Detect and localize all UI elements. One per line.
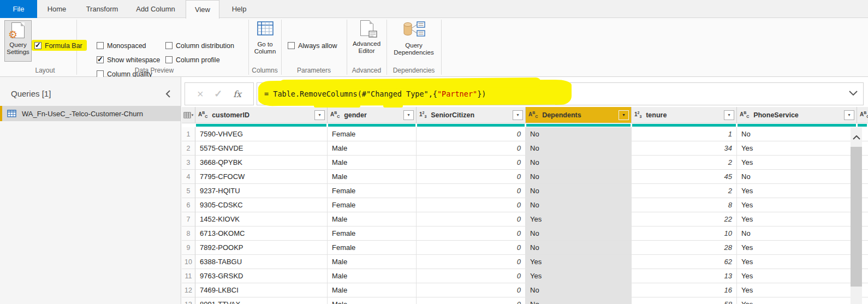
cell-SeniorCitizen[interactable]: 0 — [417, 255, 526, 269]
checkbox-icon[interactable] — [165, 56, 173, 63]
cell-Dependents[interactable]: No — [526, 156, 632, 170]
checkbox-icon[interactable] — [34, 42, 41, 49]
cell-customerID[interactable]: 7795-CFOCW — [195, 170, 328, 184]
column-header-Dependents[interactable]: ABC Dependents ▾ — [526, 107, 632, 123]
query-settings-button[interactable]: ⚙ Query Settings — [4, 20, 32, 62]
row-number[interactable]: 9 — [182, 241, 195, 255]
cell-PhoneService[interactable]: No — [737, 127, 857, 141]
tab-file[interactable]: File — [0, 0, 37, 18]
cell-tenure[interactable]: 1 — [632, 127, 737, 141]
checkbox-icon[interactable] — [165, 42, 173, 49]
row-number[interactable]: 5 — [182, 184, 195, 198]
column-distribution-checkbox[interactable]: Column distribution — [165, 41, 234, 50]
vertical-scrollbar[interactable] — [851, 127, 862, 304]
cell-Dependents[interactable]: No — [526, 141, 632, 156]
fx-icon[interactable]: fx — [233, 89, 241, 99]
cell-SeniorCitizen[interactable]: 0 — [417, 156, 526, 170]
row-number[interactable]: 7 — [182, 212, 195, 226]
cell-customerID[interactable]: 6388-TABGU — [195, 255, 328, 269]
cell-tenure[interactable]: 45 — [632, 170, 737, 184]
cell-customerID[interactable]: 9763-GRSKD — [195, 269, 328, 283]
tab-add-column[interactable]: Add Column — [128, 0, 183, 18]
tab-home[interactable]: Home — [37, 0, 76, 18]
cell-tenure[interactable]: 28 — [632, 241, 737, 255]
tab-help[interactable]: Help — [223, 0, 255, 18]
cell-tenure[interactable]: 2 — [632, 156, 737, 170]
cell-tenure[interactable]: 16 — [632, 283, 737, 297]
cell-SeniorCitizen[interactable]: 0 — [417, 241, 526, 255]
filter-dropdown-button[interactable]: ▾ — [844, 110, 854, 120]
cell-gender[interactable]: Male — [328, 255, 417, 269]
cell-PhoneService[interactable]: Yes — [737, 241, 857, 255]
cell-gender[interactable]: Female — [328, 127, 417, 141]
filter-dropdown-button[interactable]: ▾ — [619, 110, 629, 120]
cell-Dependents[interactable]: No — [526, 184, 632, 198]
cell-SeniorCitizen[interactable]: 0 — [417, 198, 526, 212]
row-number[interactable]: 6 — [182, 198, 195, 212]
go-to-column-button[interactable]: Go to Column — [250, 21, 280, 55]
query-dependencies-button[interactable]: Query Dependencies — [389, 21, 439, 56]
cell-customerID[interactable]: 9237-HQITU — [195, 184, 328, 198]
row-number[interactable]: 1 — [182, 127, 195, 141]
cell-PhoneService[interactable]: Yes — [737, 297, 857, 304]
cell-customerID[interactable]: 5575-GNVDE — [195, 141, 328, 156]
cell-Dependents[interactable]: No — [526, 241, 632, 255]
cell-gender[interactable]: Female — [328, 198, 417, 212]
cell-Dependents[interactable]: Yes — [526, 212, 632, 226]
row-number[interactable]: 12 — [182, 283, 195, 297]
cell-SeniorCitizen[interactable]: 0 — [417, 184, 526, 198]
cell-tenure[interactable]: 34 — [632, 141, 737, 156]
column-profile-checkbox[interactable]: Column profile — [165, 56, 220, 64]
filter-dropdown-button[interactable]: ▾ — [314, 110, 325, 120]
cell-gender[interactable]: Male — [328, 283, 417, 297]
cell-PhoneService[interactable]: Yes — [737, 255, 857, 269]
cell-Dependents[interactable]: No — [526, 198, 632, 212]
cell-SeniorCitizen[interactable]: 0 — [417, 212, 526, 226]
cell-Dependents[interactable]: Yes — [526, 255, 632, 269]
row-number[interactable]: 10 — [182, 255, 195, 269]
filter-dropdown-button[interactable]: ▾ — [513, 110, 523, 120]
column-header-customerID[interactable]: ABC customerID ▾ — [195, 107, 328, 123]
cell-PhoneService[interactable]: Yes — [737, 141, 857, 156]
collapse-panel-button[interactable] — [165, 90, 171, 98]
cell-gender[interactable]: Male — [328, 212, 417, 226]
cell-Dependents[interactable]: Yes — [526, 269, 632, 283]
show-whitespace-checkbox[interactable]: Show whitespace — [97, 56, 160, 64]
cell-tenure[interactable]: 2 — [632, 184, 737, 198]
cell-gender[interactable]: Female — [328, 184, 417, 198]
tab-view[interactable]: View — [186, 0, 219, 19]
cell-Dependents[interactable]: No — [526, 127, 632, 141]
cell-SeniorCitizen[interactable]: 0 — [417, 141, 526, 156]
tab-transform[interactable]: Transform — [79, 0, 125, 18]
cancel-formula-icon[interactable]: × — [197, 88, 204, 100]
row-number[interactable]: 3 — [182, 156, 195, 170]
cell-gender[interactable]: Female — [328, 241, 417, 255]
cell-SeniorCitizen[interactable]: 0 — [417, 297, 526, 304]
cell-gender[interactable]: Male — [328, 297, 417, 304]
cell-PhoneService[interactable]: No — [737, 170, 857, 184]
cell-customerID[interactable]: 7469-LKBCI — [195, 283, 328, 297]
cell-gender[interactable]: Male — [328, 156, 417, 170]
cell-SeniorCitizen[interactable]: 0 — [417, 283, 526, 297]
cell-SeniorCitizen[interactable]: 0 — [417, 127, 526, 141]
cell-customerID[interactable]: 7892-POOKP — [195, 241, 328, 255]
scroll-up-button[interactable] — [851, 132, 862, 144]
cell-customerID[interactable]: 6713-OKOMC — [195, 226, 328, 241]
cell-customerID[interactable]: 7590-VHVEG — [195, 127, 328, 141]
cell-SeniorCitizen[interactable]: 0 — [417, 170, 526, 184]
cell-gender[interactable]: Male — [328, 141, 417, 156]
column-header-tenure[interactable]: 123 tenure ▾ — [632, 107, 737, 123]
cell-PhoneService[interactable]: Yes — [737, 212, 857, 226]
always-allow-checkbox[interactable]: Always allow — [288, 41, 337, 50]
cell-PhoneService[interactable]: Yes — [737, 198, 857, 212]
cell-gender[interactable]: Female — [328, 226, 417, 241]
cell-gender[interactable]: Male — [328, 170, 417, 184]
checkbox-icon[interactable] — [288, 42, 295, 49]
expand-formula-bar-button[interactable] — [849, 91, 858, 96]
checkbox-icon[interactable] — [97, 42, 104, 49]
cell-customerID[interactable]: 1452-KIOVK — [195, 212, 328, 226]
column-header-gender[interactable]: ABC gender ▾ — [328, 107, 417, 123]
cell-tenure[interactable]: 10 — [632, 226, 737, 241]
cell-PhoneService[interactable]: Yes — [737, 156, 857, 170]
cell-tenure[interactable]: 13 — [632, 269, 737, 283]
